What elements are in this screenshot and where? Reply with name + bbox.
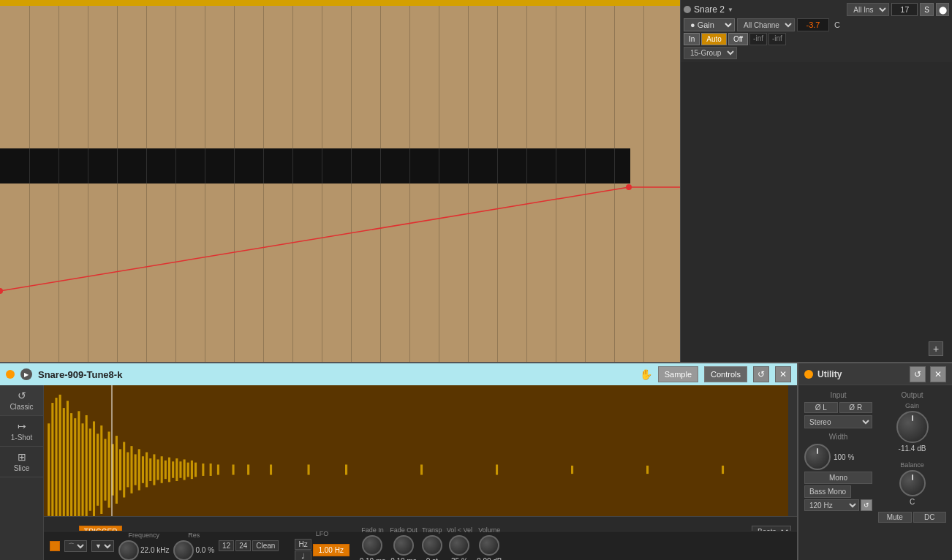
svg-rect-14 bbox=[89, 428, 91, 511]
in-button[interactable]: In bbox=[684, 33, 700, 45]
all-channels-dropdown[interactable]: All Channe bbox=[737, 18, 795, 31]
svg-rect-22 bbox=[119, 449, 121, 490]
transp-group: Transp 0 st bbox=[422, 526, 442, 560]
classic-icon: ↺ bbox=[18, 390, 26, 401]
utility-back-button[interactable]: ↺ bbox=[910, 366, 926, 382]
lfo-value-display[interactable]: 1.00 Hz bbox=[313, 544, 350, 556]
volume-label: Volume bbox=[478, 526, 500, 534]
auto-button[interactable]: Auto bbox=[701, 33, 727, 45]
svg-rect-11 bbox=[78, 411, 80, 528]
mode-classic-button[interactable]: ↺ Classic bbox=[0, 385, 43, 416]
res-knob[interactable] bbox=[173, 540, 194, 561]
hz-icon-button[interactable]: ↺ bbox=[861, 499, 872, 511]
gain-c-label: C bbox=[831, 20, 843, 30]
fade-out-label: Fade Out bbox=[390, 526, 418, 534]
output-section: Output Gain -11.4 dB Balance C Mute DC bbox=[878, 391, 946, 523]
mono-button[interactable]: Mono bbox=[804, 472, 872, 484]
svg-rect-38 bbox=[179, 461, 181, 478]
track-name: Snare 2 bbox=[694, 4, 725, 15]
utility-led bbox=[804, 370, 813, 379]
dc-button[interactable]: DC bbox=[913, 512, 947, 523]
fade-out-value: 0.10 ms bbox=[390, 557, 417, 560]
mute-dc-row: Mute DC bbox=[878, 512, 946, 523]
utility-close-button[interactable]: ✕ bbox=[930, 366, 946, 382]
width-knob[interactable] bbox=[804, 444, 831, 470]
phase-l-button[interactable]: Ø L bbox=[804, 402, 838, 413]
clean-button[interactable]: Clean bbox=[252, 540, 279, 551]
rec-button[interactable]: ⬤ bbox=[936, 3, 949, 16]
arrangement-clip-strip[interactable] bbox=[0, 148, 630, 183]
s-button[interactable]: S bbox=[920, 3, 934, 16]
off-button[interactable]: Off bbox=[728, 33, 748, 45]
mute-button[interactable]: Mute bbox=[878, 512, 912, 523]
svg-rect-25 bbox=[130, 446, 132, 493]
balance-knob[interactable] bbox=[899, 470, 926, 496]
utility-title: Utility bbox=[817, 369, 905, 379]
balance-value: C bbox=[910, 498, 915, 506]
back-icon-button[interactable]: ↺ bbox=[753, 366, 769, 382]
sampler-play-button[interactable]: ▶ bbox=[20, 368, 32, 380]
filter-12-button[interactable]: 12 bbox=[219, 540, 234, 551]
gain-dropdown[interactable]: ● Gain bbox=[684, 18, 735, 31]
balance-knob-container: Balance C bbox=[878, 461, 946, 506]
input-section: Input Ø L Ø R Stereo Width 100 % Mono Ba… bbox=[804, 391, 872, 523]
filter-led bbox=[50, 541, 60, 551]
1shot-icon: ↦ bbox=[18, 420, 26, 432]
volume-knob[interactable] bbox=[479, 535, 499, 556]
svg-rect-41 bbox=[191, 461, 193, 479]
gain-value-input[interactable]: -3.7 bbox=[797, 18, 829, 31]
group-row: 15-Group bbox=[684, 47, 949, 59]
track-name-chevron[interactable]: ▼ bbox=[728, 7, 733, 13]
add-button[interactable]: + bbox=[929, 341, 943, 356]
arrangement-area bbox=[0, 0, 680, 362]
vol-vel-knob[interactable] bbox=[449, 535, 469, 556]
svg-rect-18 bbox=[104, 439, 106, 500]
track-number-input[interactable]: 17 bbox=[891, 3, 918, 16]
stereo-select[interactable]: Stereo bbox=[804, 415, 872, 428]
svg-rect-36 bbox=[172, 461, 174, 478]
svg-rect-27 bbox=[138, 449, 140, 490]
svg-rect-32 bbox=[157, 459, 159, 480]
mode-1shot-button[interactable]: ↦ 1-Shot bbox=[0, 416, 43, 447]
width-knob-row: 100 % bbox=[804, 444, 872, 470]
track-led bbox=[684, 6, 691, 13]
controls-tab-button[interactable]: Controls bbox=[704, 366, 747, 382]
bass-mono-button[interactable]: Bass Mono bbox=[804, 485, 851, 498]
svg-rect-21 bbox=[116, 436, 118, 504]
group-dropdown[interactable]: 15-Group bbox=[684, 47, 737, 59]
res-label: Res bbox=[188, 531, 200, 539]
frequency-knob[interactable] bbox=[118, 540, 139, 561]
transp-knob[interactable] bbox=[422, 535, 442, 556]
output-gain-label: Gain bbox=[905, 402, 919, 409]
lfo-hz-button[interactable]: Hz bbox=[295, 539, 311, 550]
svg-rect-46 bbox=[233, 464, 235, 474]
vol-vel-label: Vol < Vel bbox=[447, 526, 472, 534]
filter-shape-select-1[interactable]: ⌒ bbox=[64, 540, 87, 552]
filter-24-button[interactable]: 24 bbox=[235, 540, 251, 551]
fade-out-knob[interactable] bbox=[393, 535, 414, 556]
svg-rect-3 bbox=[48, 423, 50, 516]
all-ins-dropdown[interactable]: All Ins bbox=[847, 3, 889, 16]
gain-knob-container: Gain -11.4 dB bbox=[878, 402, 946, 453]
res-value: 0.0 % bbox=[195, 546, 214, 554]
vol-vel-group: Vol < Vel 35 % bbox=[447, 526, 472, 560]
sample-tab-button[interactable]: Sample bbox=[658, 366, 698, 382]
lfo-note-button[interactable]: ♩ bbox=[295, 550, 311, 560]
filter-shape-select-2[interactable]: ▼ bbox=[91, 540, 114, 552]
phase-r-button[interactable]: Ø R bbox=[839, 402, 873, 413]
close-icon-button[interactable]: ✕ bbox=[775, 366, 791, 382]
width-section: Width 100 % Mono Bass Mono 120 Hz ↺ bbox=[804, 433, 872, 511]
output-gain-knob[interactable] bbox=[896, 411, 929, 443]
arrangement-grid bbox=[0, 6, 680, 362]
fade-in-knob[interactable] bbox=[362, 535, 382, 556]
hand-icon: ✋ bbox=[640, 368, 652, 380]
arrangement-content[interactable] bbox=[0, 6, 680, 362]
hz-select[interactable]: 120 Hz bbox=[804, 499, 859, 511]
svg-rect-12 bbox=[82, 423, 84, 516]
fade-in-label: Fade In bbox=[361, 526, 384, 534]
transp-value: 0 st bbox=[426, 557, 438, 560]
phase-buttons: Ø L Ø R bbox=[804, 402, 872, 413]
mode-slice-button[interactable]: ⊞ Slice bbox=[0, 447, 43, 477]
channel-controls: All Ins 17 S ⬤ bbox=[847, 3, 949, 16]
utility-header: Utility ↺ ✕ bbox=[798, 363, 952, 385]
